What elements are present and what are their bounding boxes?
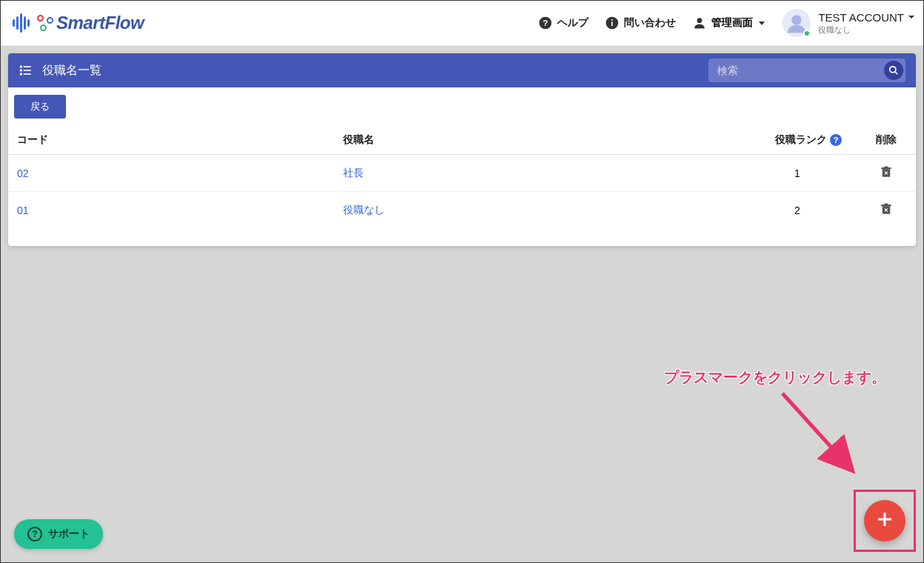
search-box bbox=[708, 59, 905, 82]
list-icon bbox=[19, 63, 33, 78]
positions-table: コード 役職名 役職ランク ? 削除 02 社長 1 ✕ bbox=[8, 126, 916, 228]
svg-rect-10 bbox=[24, 70, 31, 71]
delete-icon[interactable]: ✕ bbox=[880, 165, 893, 179]
panel-header: 役職名一覧 bbox=[8, 53, 916, 87]
table-row: 01 役職なし 2 ✕ bbox=[8, 192, 916, 229]
annotation-arrow-icon bbox=[775, 386, 879, 497]
col-delete: 削除 bbox=[857, 126, 916, 155]
svg-text:✕: ✕ bbox=[884, 207, 888, 213]
help-icon: ? bbox=[538, 16, 553, 30]
support-icon: ? bbox=[27, 527, 42, 542]
svg-point-5 bbox=[697, 18, 702, 23]
back-button[interactable]: 戻る bbox=[14, 95, 66, 119]
content-panel: 役職名一覧 戻る コード 役職名 役職ランク ? 削除 bbox=[8, 53, 916, 246]
support-label: サポート bbox=[48, 527, 90, 541]
search-icon bbox=[888, 65, 899, 76]
col-rank: 役職ランク ? bbox=[738, 126, 857, 155]
panel-title: 役職名一覧 bbox=[42, 63, 102, 79]
status-online-icon bbox=[803, 30, 811, 37]
svg-rect-21 bbox=[885, 204, 888, 205]
panel-toolbar: 戻る bbox=[8, 87, 916, 126]
chevron-down-icon bbox=[907, 12, 916, 24]
svg-point-6 bbox=[792, 15, 802, 24]
col-rank-label: 役職ランク bbox=[775, 133, 827, 147]
svg-text:✕: ✕ bbox=[884, 170, 888, 176]
support-button[interactable]: ? サポート bbox=[14, 519, 103, 549]
account-name: TEST ACCOUNT bbox=[818, 12, 904, 24]
plus-icon bbox=[876, 508, 894, 533]
svg-rect-3 bbox=[612, 21, 614, 26]
svg-point-7 bbox=[20, 65, 22, 67]
name-link[interactable]: 社長 bbox=[334, 155, 738, 192]
help-link[interactable]: ? ヘルプ bbox=[538, 16, 588, 30]
admin-menu[interactable]: 管理画面 bbox=[692, 16, 765, 30]
brand-name: SmartFlow bbox=[37, 13, 144, 33]
search-input[interactable] bbox=[717, 64, 884, 76]
brand-text: SmartFlow bbox=[56, 13, 144, 33]
code-link[interactable]: 02 bbox=[8, 155, 334, 192]
table-row: 02 社長 1 ✕ bbox=[8, 155, 916, 192]
name-link[interactable]: 役職なし bbox=[334, 192, 738, 229]
account-role: 役職なし bbox=[818, 25, 916, 34]
delete-icon[interactable]: ✕ bbox=[880, 202, 893, 216]
rank-value: 2 bbox=[738, 192, 857, 229]
search-button[interactable] bbox=[884, 61, 903, 80]
svg-line-23 bbox=[782, 393, 853, 471]
add-button[interactable] bbox=[864, 500, 905, 542]
info-icon bbox=[605, 16, 619, 30]
svg-rect-8 bbox=[24, 66, 31, 67]
help-icon[interactable]: ? bbox=[830, 134, 842, 146]
avatar bbox=[782, 9, 811, 37]
app-header: SmartFlow ? ヘルプ 問い合わせ 管理画面 TEST ACCOUNT bbox=[1, 1, 923, 46]
contact-label: 問い合わせ bbox=[624, 16, 676, 30]
brand-logo[interactable]: SmartFlow bbox=[13, 13, 144, 33]
col-name: 役職名 bbox=[334, 126, 738, 155]
account-menu[interactable]: TEST ACCOUNT 役職なし bbox=[782, 9, 916, 37]
svg-rect-25 bbox=[878, 519, 891, 521]
chevron-down-icon bbox=[759, 21, 765, 25]
brand-dots-icon bbox=[37, 15, 53, 31]
help-label: ヘルプ bbox=[557, 16, 588, 30]
svg-rect-4 bbox=[612, 19, 614, 21]
person-icon bbox=[692, 16, 707, 30]
svg-rect-12 bbox=[24, 73, 31, 75]
rank-value: 1 bbox=[738, 155, 857, 192]
annotation-text: プラスマークをクリックします。 bbox=[664, 367, 886, 387]
svg-point-13 bbox=[890, 67, 896, 73]
svg-text:?: ? bbox=[543, 18, 548, 27]
svg-rect-17 bbox=[885, 167, 888, 168]
svg-line-14 bbox=[895, 72, 898, 75]
col-code: コード bbox=[8, 126, 334, 155]
svg-point-11 bbox=[20, 73, 22, 75]
admin-label: 管理画面 bbox=[711, 16, 753, 30]
pulse-icon bbox=[13, 13, 30, 33]
code-link[interactable]: 01 bbox=[8, 192, 334, 229]
contact-link[interactable]: 問い合わせ bbox=[605, 16, 676, 30]
svg-point-9 bbox=[20, 69, 22, 71]
